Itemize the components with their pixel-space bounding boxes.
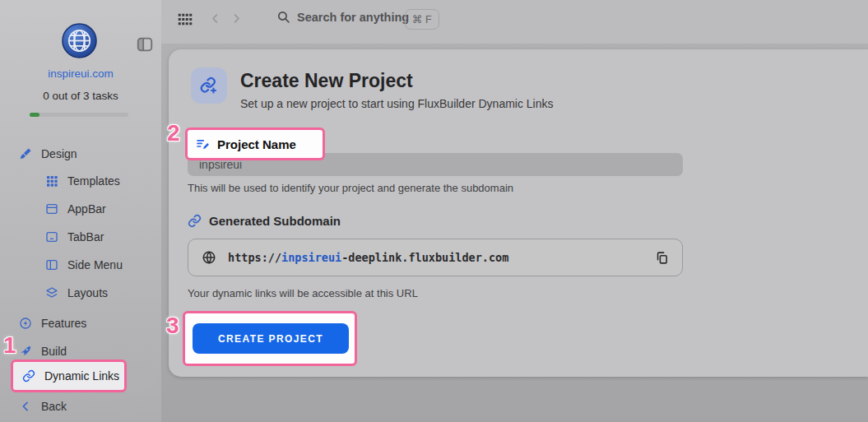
layers-icon: [45, 286, 58, 299]
grid-icon: [45, 174, 58, 188]
globe-icon: [202, 250, 216, 265]
sidebar-item-layouts[interactable]: Layouts: [45, 284, 108, 302]
sidebar-item-tabbar[interactable]: TabBar: [45, 228, 104, 246]
sidebar-item-side-menu[interactable]: Side Menu: [45, 256, 123, 274]
create-project-button[interactable]: CREATE PROJECT: [193, 323, 349, 354]
sidebar-item-label: Build: [41, 345, 67, 358]
annotation-number-1: 1: [3, 332, 16, 359]
link-plus-icon: [191, 67, 227, 104]
sidebar-item-appbar[interactable]: AppBar: [45, 200, 106, 218]
subdomain-helper: Your dynamic links will be accessible at…: [188, 287, 418, 299]
nav-back-icon[interactable]: [209, 12, 221, 29]
rocket-icon: [19, 345, 32, 358]
features-icon: [19, 317, 32, 330]
sidebar-item-label: Layouts: [67, 286, 108, 299]
sidebar-item-label: AppBar: [67, 202, 106, 216]
sidebar-item-features[interactable]: Features: [19, 314, 86, 332]
copy-icon[interactable]: [655, 251, 669, 265]
link-icon: [188, 214, 202, 228]
sidebar-item-back[interactable]: Back: [19, 397, 67, 415]
sidebar-item-label: Features: [41, 317, 86, 330]
project-name-helper: This will be used to identify your proje…: [188, 182, 513, 194]
sidebar-item-label: Design: [41, 147, 77, 160]
topbar: Search for anything ⌘ F: [161, 0, 868, 44]
nav-forward-icon[interactable]: [230, 12, 243, 29]
search-shortcut-badge: ⌘ F: [405, 9, 439, 30]
annotation-number-2: 2: [167, 120, 180, 146]
sidebar-item-label: TabBar: [67, 230, 104, 243]
tabbar-icon: [45, 230, 58, 243]
generated-subdomain-label-row: Generated Subdomain: [188, 214, 341, 228]
page-title: Create New Project: [240, 70, 413, 92]
project-name-label-spotlight: Project Name: [185, 128, 325, 160]
subdomain-project-part: inpsireui: [281, 251, 341, 264]
link-icon: [22, 369, 35, 383]
site-globe-logo: [62, 23, 97, 58]
page-subtitle: Set up a new project to start using Flux…: [240, 97, 554, 110]
tasks-status: 0 out of 3 tasks: [0, 90, 161, 102]
chevron-left-icon: [19, 400, 32, 413]
sidebar-item-design[interactable]: Design: [19, 145, 77, 163]
subdomain-url: https://inpsireui-deeplink.fluxbuilder.c…: [228, 251, 508, 264]
create-button-spotlight: CREATE PROJECT: [183, 311, 357, 366]
search-icon: [276, 10, 290, 24]
project-name-label: Project Name: [217, 137, 296, 151]
sidebar-item-dynamic-links[interactable]: Dynamic Links: [11, 359, 127, 392]
panel-toggle-icon[interactable]: [136, 35, 154, 51]
generated-subdomain-label: Generated Subdomain: [209, 214, 341, 228]
tasks-progress-bar: [30, 113, 128, 117]
site-link[interactable]: inspireui.com: [0, 67, 161, 80]
create-project-card: Create New Project Set up a new project …: [169, 49, 868, 377]
appbar-icon: [45, 202, 58, 216]
sidebar-item-templates[interactable]: Templates: [45, 172, 120, 190]
search-input[interactable]: Search for anything: [276, 10, 409, 24]
sidebar: inspireui.com 0 out of 3 tasks Design Te…: [0, 0, 161, 422]
apps-grid-icon[interactable]: [178, 13, 193, 26]
side-menu-icon: [45, 258, 58, 271]
annotation-number-3: 3: [166, 313, 179, 339]
sidebar-item-label: Side Menu: [67, 258, 123, 271]
sidebar-item-label: Dynamic Links: [44, 369, 119, 383]
brush-icon: [19, 147, 32, 160]
subdomain-url-box: https://inpsireui-deeplink.fluxbuilder.c…: [188, 239, 683, 276]
sidebar-item-build[interactable]: Build: [19, 342, 67, 360]
search-placeholder: Search for anything: [297, 11, 409, 24]
edit-list-icon: [196, 137, 210, 151]
sidebar-item-label: Back: [41, 400, 67, 413]
progress-fill: [30, 113, 39, 117]
sidebar-item-label: Templates: [67, 174, 120, 188]
